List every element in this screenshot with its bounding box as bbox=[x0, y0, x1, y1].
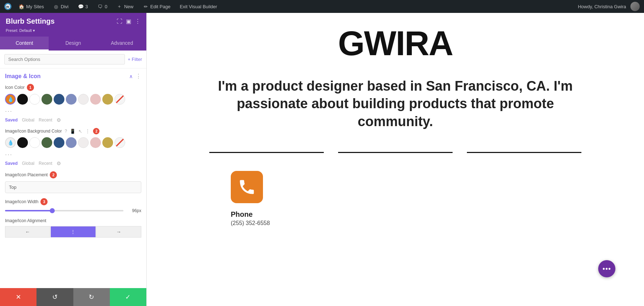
preset-line[interactable]: Preset: Default ▾ bbox=[6, 28, 141, 33]
bg-settings-gear-icon[interactable]: ⚙ bbox=[57, 161, 61, 166]
bg-color-label-row: Image/Icon Background Color ? 📱 ↖ ⋮ 2 bbox=[5, 128, 141, 134]
mobile-icon[interactable]: 📱 bbox=[70, 129, 75, 134]
admin-bar-right: Howdy, Christina Gwira bbox=[578, 2, 640, 11]
panel-header-top: Blurb Settings ⛶ ▣ ⋮ bbox=[6, 17, 141, 25]
icon-color-saved-row: Saved Global Recent ⚙ bbox=[5, 117, 141, 123]
expand-icon[interactable]: ⛶ bbox=[117, 18, 122, 25]
bg-swatch-green[interactable] bbox=[42, 137, 52, 148]
field-options-icon[interactable]: ⋮ bbox=[85, 128, 90, 134]
confirm-button[interactable]: ✓ bbox=[110, 288, 146, 306]
svg-text:W: W bbox=[6, 5, 9, 9]
bg-swatch-pink[interactable] bbox=[90, 137, 101, 148]
bg-swatch-blue[interactable] bbox=[54, 137, 64, 148]
placement-label: Image/Icon Placement 2 bbox=[5, 171, 141, 178]
divider-1 bbox=[209, 152, 324, 153]
color-swatch-black[interactable] bbox=[17, 94, 28, 105]
section-dots-icon[interactable]: ⋮ bbox=[136, 73, 141, 80]
align-left-button[interactable]: ← bbox=[5, 226, 50, 238]
edit-page-item[interactable]: ✏ Edit Page bbox=[141, 3, 172, 10]
placement-dropdown[interactable]: Top Left Right Bottom bbox=[5, 181, 141, 193]
dividers-row bbox=[202, 148, 589, 153]
pencil-icon: ✏ bbox=[143, 4, 148, 9]
color-swatch-light[interactable] bbox=[78, 94, 89, 105]
section-actions: ∧ ⋮ bbox=[129, 73, 141, 80]
floating-dots-icon: ••• bbox=[602, 265, 611, 273]
exit-builder-item[interactable]: Exit Visual Builder bbox=[177, 3, 219, 10]
layout-icon[interactable]: ▣ bbox=[126, 18, 131, 25]
settings-gear-icon[interactable]: ⚙ bbox=[57, 117, 61, 123]
tab-design[interactable]: Design bbox=[49, 37, 97, 51]
avatar[interactable] bbox=[630, 2, 640, 11]
width-slider-thumb[interactable] bbox=[50, 208, 55, 213]
panel-header-icons: ⛶ ▣ ⋮ bbox=[117, 18, 141, 25]
divi-item[interactable]: ◎ Divi bbox=[51, 3, 71, 10]
new-item[interactable]: ＋ New bbox=[114, 3, 136, 10]
global-label: Global bbox=[22, 118, 34, 123]
bg-recent-label: Recent bbox=[39, 161, 52, 166]
cancel-button[interactable]: ✕ bbox=[0, 288, 36, 306]
panel-content: Image & Icon ∧ ⋮ Icon Color 1 💧 bbox=[0, 68, 146, 288]
bg-swatch-purple[interactable] bbox=[66, 137, 77, 148]
more-swatches-dots[interactable]: ··· bbox=[5, 107, 13, 115]
tab-advanced[interactable]: Advanced bbox=[98, 37, 146, 51]
house-icon: 🏠 bbox=[19, 4, 24, 9]
wordpress-icon[interactable]: W bbox=[4, 3, 11, 10]
alignment-row: ← ⋮ → bbox=[5, 226, 141, 238]
page-content: GWIRA I'm a product designer based in Sa… bbox=[181, 13, 610, 237]
main-layout: Blurb Settings ⛶ ▣ ⋮ Preset: Default ▾ C… bbox=[0, 13, 644, 306]
section-chevron-icon[interactable]: ∧ bbox=[129, 73, 133, 79]
align-center-button[interactable]: ⋮ bbox=[50, 226, 96, 238]
bubble-item[interactable]: 🗨 0 bbox=[95, 3, 109, 10]
wp-admin-bar: W 🏠 My Sites ◎ Divi 💬 3 🗨 0 ＋ New ✏ Edit… bbox=[0, 0, 644, 13]
bg-color-saved-row: Saved Global Recent ⚙ bbox=[5, 161, 141, 166]
more-bg-swatches-dots[interactable]: ··· bbox=[5, 151, 13, 158]
bg-swatch-light[interactable] bbox=[78, 137, 89, 148]
color-swatch-green[interactable] bbox=[42, 94, 52, 105]
bg-swatch-gold[interactable] bbox=[102, 137, 113, 148]
panel-tabs: Content Design Advanced bbox=[0, 37, 146, 51]
redo-button[interactable]: ↻ bbox=[73, 288, 110, 306]
bg-saved-label: Saved bbox=[5, 161, 18, 166]
divider-2 bbox=[338, 152, 453, 153]
comments-item[interactable]: 💬 3 bbox=[76, 3, 90, 10]
my-sites-item[interactable]: 🏠 My Sites bbox=[16, 3, 46, 10]
phone-icon-box bbox=[231, 171, 263, 203]
menu-dots-icon[interactable]: ⋮ bbox=[135, 18, 141, 25]
color-swatch-white[interactable] bbox=[29, 94, 40, 105]
saved-label: Saved bbox=[5, 118, 18, 123]
help-icon[interactable]: ? bbox=[65, 129, 67, 134]
color-swatch-strikethrough[interactable] bbox=[114, 94, 125, 105]
bg-swatch-white[interactable] bbox=[29, 137, 40, 148]
bio-text: I'm a product designer based in San Fran… bbox=[202, 77, 589, 130]
color-swatch-purple[interactable] bbox=[66, 94, 77, 105]
howdy-text: Howdy, Christina Gwira bbox=[578, 4, 626, 9]
color-swatch-gold[interactable] bbox=[102, 94, 113, 105]
cursor-icon[interactable]: ↖ bbox=[78, 129, 82, 134]
floating-dots-button[interactable]: ••• bbox=[598, 260, 615, 277]
divi-icon: ◎ bbox=[53, 4, 59, 9]
search-input[interactable] bbox=[4, 54, 125, 64]
bg-swatch-black[interactable] bbox=[17, 137, 28, 148]
contact-value: (255) 352-6558 bbox=[231, 220, 270, 226]
align-right-button[interactable]: → bbox=[96, 226, 141, 238]
width-label: Image/Icon Width 3 bbox=[5, 198, 141, 205]
color-swatch-blue[interactable] bbox=[54, 94, 64, 105]
width-slider-row: 96px bbox=[5, 208, 141, 213]
icon-color-label: Icon Color 1 bbox=[5, 84, 141, 91]
recent-label: Recent bbox=[39, 118, 52, 123]
icon-active-color-swatch[interactable]: 💧 bbox=[5, 94, 16, 105]
phone-icon bbox=[238, 178, 256, 196]
plus-icon: ＋ bbox=[117, 4, 122, 9]
speech-icon: 🗨 bbox=[97, 4, 103, 9]
tab-content[interactable]: Content bbox=[0, 37, 49, 51]
panel-title: Blurb Settings bbox=[6, 17, 55, 25]
align-right-icon: → bbox=[116, 229, 121, 235]
bg-color-row: 💧 bbox=[5, 137, 141, 148]
bg-swatch-strike[interactable] bbox=[114, 137, 125, 148]
undo-button[interactable]: ↺ bbox=[36, 288, 73, 306]
width-slider-track[interactable] bbox=[5, 210, 123, 211]
filter-button[interactable]: + Filter bbox=[128, 57, 142, 62]
comment-icon: 💬 bbox=[78, 4, 84, 9]
color-swatch-pink[interactable] bbox=[90, 94, 101, 105]
bg-eyedropper-swatch[interactable]: 💧 bbox=[5, 137, 16, 148]
